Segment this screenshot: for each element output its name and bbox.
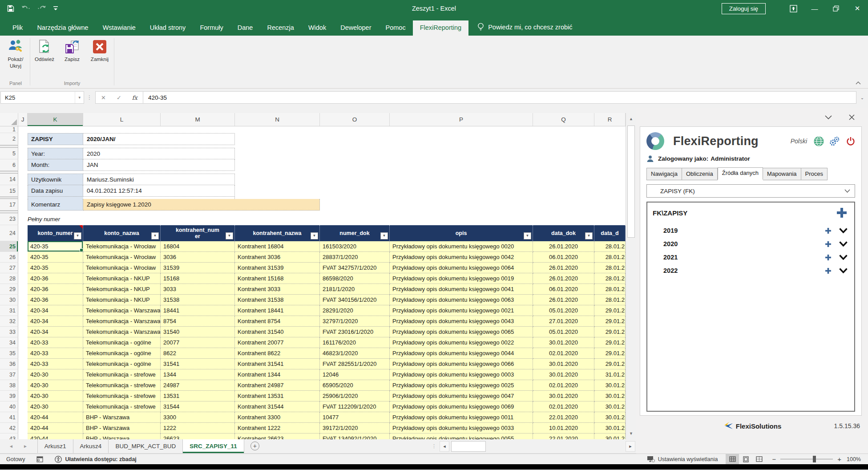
cell-konto_nazwa-r30[interactable]: Telekomunikacja - NKUP — [83, 295, 161, 305]
empty-cell-j[interactable] — [18, 348, 28, 359]
cell-konto_numer-r40[interactable]: 420-30 — [28, 401, 83, 412]
cell-kontrahent_numer-r29[interactable]: 3033 — [161, 284, 235, 295]
cell-konto_numer-r38[interactable]: 420-30 — [28, 380, 83, 391]
cell-kontrahent_nazwa-r27[interactable]: Kontrahent 31539 — [235, 263, 320, 273]
tab-split-handle[interactable]: ⋮ — [432, 443, 437, 449]
scroll-up-icon[interactable]: ▲ — [626, 113, 636, 125]
cell-konto_numer-r31[interactable]: 420-34 — [28, 305, 83, 316]
cell-kontrahent_nazwa-r43[interactable]: Kontrahent 26623 — [235, 434, 320, 439]
cell-kontrahent_numer-r35[interactable]: 8622 — [161, 348, 235, 359]
zoom-slider-thumb[interactable] — [813, 456, 816, 462]
column-header-l[interactable]: L — [83, 113, 161, 126]
row-header-31[interactable]: 31 — [0, 305, 18, 316]
empty-cell-j[interactable] — [18, 391, 28, 401]
tell-me-box[interactable]: Powiedz mi, co chcesz zrobić — [470, 19, 579, 36]
table-header-kontrahent_numer[interactable]: kontrahent_numer▼ — [161, 225, 235, 241]
ribbon-tab-formu-y[interactable]: Formuły — [193, 20, 230, 36]
panel-tab-mapowania[interactable]: Mapowania — [763, 168, 801, 180]
cell-data_d-r26[interactable]: 28.01.2 — [594, 252, 626, 263]
row-header-1[interactable]: 1 — [0, 126, 18, 133]
cell-numer_dok-r41[interactable]: 10477 — [320, 412, 390, 423]
filter-dropdown-icon[interactable]: ▼ — [311, 232, 318, 239]
ribbon-tab-wstawianie[interactable]: Wstawianie — [96, 20, 143, 36]
cell-kontrahent_numer-r25[interactable]: 16804 — [161, 241, 235, 252]
cell-konto_nazwa-r32[interactable]: Telekomunikacja - Warszawa — [83, 316, 161, 327]
cell-kontrahent_numer-r43[interactable]: 26623 — [161, 434, 235, 439]
cell-kontrahent_numer-r30[interactable]: 31538 — [161, 295, 235, 305]
cell-opis-r33[interactable]: Przykładowy opis dokumentu księgowego 00… — [390, 327, 533, 337]
zoom-in-icon[interactable]: + — [837, 455, 841, 463]
cell-data_d-r42[interactable]: 30.01.2 — [594, 423, 626, 434]
table-header-konto_numer[interactable]: konto_numer▼ — [28, 225, 83, 241]
cell-kontrahent_nazwa-r32[interactable]: Kontrahent 8754 — [235, 316, 320, 327]
empty-cell-j[interactable] — [18, 148, 28, 159]
ribbon-tab-recenzja[interactable]: Recenzja — [260, 20, 301, 36]
cell-numer_dok-r36[interactable]: FVAT 282551/1/2020 — [320, 359, 390, 369]
cell-opis-r27[interactable]: Przykładowy opis dokumentu księgowego 00… — [390, 263, 533, 273]
column-header-k[interactable]: K — [28, 113, 83, 126]
name-box[interactable]: K25 ▾ — [0, 91, 84, 104]
cell-konto_nazwa-r33[interactable]: Telekomunikacja - Warszawa — [83, 327, 161, 337]
zoom-out-icon[interactable]: − — [772, 455, 776, 463]
empty-cell-j[interactable] — [18, 359, 28, 369]
sheet-tab-arkusz4[interactable]: Arkusz4 — [73, 439, 109, 453]
cell-numer_dok-r42[interactable]: 39172/1/2020 — [320, 423, 390, 434]
cell-numer_dok-r26[interactable]: 28837/1/2020 — [320, 252, 390, 263]
cell-data_d-r25[interactable]: 28.01.2 — [594, 241, 626, 252]
filter-dropdown-icon[interactable]: ▼ — [151, 232, 159, 239]
cell-konto_nazwa-r26[interactable]: Telekomunikacja - Wrocław — [83, 252, 161, 263]
cell-data_dok-r43[interactable]: 22.01.2020 — [533, 434, 594, 439]
cell-konto_numer-r35[interactable]: 420-33 — [28, 348, 83, 359]
cancel-entry-icon[interactable]: ✕ — [96, 94, 111, 101]
cell-opis-r38[interactable]: Przykładowy opis dokumentu księgowego 00… — [390, 380, 533, 391]
cell-konto_numer-r30[interactable]: 420-36 — [28, 295, 83, 305]
ribbon-tab-flexireporting[interactable]: FlexiReporting — [413, 20, 469, 36]
panel-tab-obliczenia[interactable]: Obliczenia — [682, 168, 718, 180]
cell-kontrahent_nazwa-r28[interactable]: Kontrahent 15168 — [235, 273, 320, 284]
cell-kontrahent_numer-r34[interactable]: 20077 — [161, 337, 235, 348]
row-header-14[interactable]: 14 — [0, 174, 18, 185]
panel-tab--r-d-a-danych[interactable]: Źródła danych — [718, 167, 763, 180]
cell-data_dok-r38[interactable]: 02.01.2020 — [533, 380, 594, 391]
sheet-tab-arkusz1[interactable]: Arkusz1 — [37, 439, 73, 453]
empty-cell-j[interactable] — [18, 273, 28, 284]
vertical-scroll-thumb[interactable] — [627, 126, 635, 238]
info-value[interactable]: Zapisy księgowe 1.2020 — [83, 199, 320, 211]
cell-data_dok-r33[interactable]: 05.01.2020 — [533, 327, 594, 337]
cell-konto_numer-r25[interactable]: 420-35 — [28, 241, 83, 252]
show-hide-panel-button[interactable]: Pokaż/Ukryj — [2, 38, 29, 70]
power-logout-icon[interactable] — [846, 137, 855, 146]
cell-konto_nazwa-r39[interactable]: Telekomunikacja - strefowe — [83, 391, 161, 401]
cell-konto_nazwa-r38[interactable]: Telekomunikacja - strefowe — [83, 380, 161, 391]
normal-view-button[interactable] — [726, 454, 739, 464]
empty-cell-j[interactable] — [18, 327, 28, 337]
empty-cell-j[interactable] — [18, 412, 28, 423]
formula-input[interactable]: 420-35 — [143, 91, 856, 104]
cell-opis-r32[interactable]: Przykładowy opis dokumentu księgowego 00… — [390, 316, 533, 327]
cell-kontrahent_nazwa-r41[interactable]: Kontrahent 3300 — [235, 412, 320, 423]
new-sheet-icon[interactable]: + — [250, 442, 259, 450]
info-label[interactable]: Year: — [28, 148, 83, 159]
cell-opis-r25[interactable]: Przykładowy opis dokumentu księgowego 00… — [390, 241, 533, 252]
cell-opis-r41[interactable]: Przykładowy opis dokumentu księgowego 00… — [390, 412, 533, 423]
ribbon-display-options-icon[interactable] — [783, 0, 804, 17]
row-header-43[interactable]: 43 — [0, 434, 18, 439]
ribbon-tab-uk-ad-strony[interactable]: Układ strony — [143, 20, 193, 36]
hscroll-right-icon[interactable]: ► — [626, 441, 635, 452]
row-header-23[interactable]: 23 — [0, 213, 18, 225]
cell-konto_numer-r27[interactable]: 420-35 — [28, 263, 83, 273]
row-header-42[interactable]: 42 — [0, 423, 18, 434]
row-header-26[interactable]: 26 — [0, 252, 18, 263]
row-header-24[interactable]: 24 — [0, 225, 18, 241]
info-label[interactable]: Komentarz — [28, 199, 83, 211]
add-node-icon[interactable] — [825, 267, 832, 274]
cell-data_d-r32[interactable]: 29.01.2 — [594, 316, 626, 327]
info-label[interactable]: Użytkownik — [28, 174, 83, 185]
cell-kontrahent_nazwa-r42[interactable]: Kontrahent 1222 — [235, 423, 320, 434]
cell-data_dok-r31[interactable]: 05.01.2020 — [533, 305, 594, 316]
cell-kontrahent_nazwa-r30[interactable]: Kontrahent 31538 — [235, 295, 320, 305]
info-label[interactable]: Data zapisu — [28, 185, 83, 197]
cell-kontrahent_numer-r39[interactable]: 13531 — [161, 391, 235, 401]
row-header-28[interactable]: 28 — [0, 273, 18, 284]
empty-cell-j[interactable] — [18, 263, 28, 273]
